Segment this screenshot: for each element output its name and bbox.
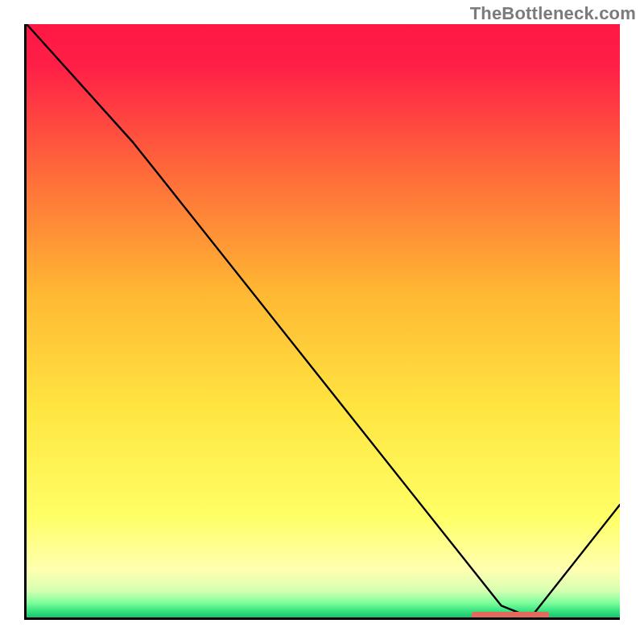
chart-plot-area — [27, 24, 620, 617]
chart-svg — [27, 24, 620, 617]
chart-background — [27, 24, 620, 617]
x-axis — [24, 617, 620, 620]
chart-marker — [472, 612, 549, 617]
watermark-text: TheBottleneck.com — [470, 3, 636, 24]
